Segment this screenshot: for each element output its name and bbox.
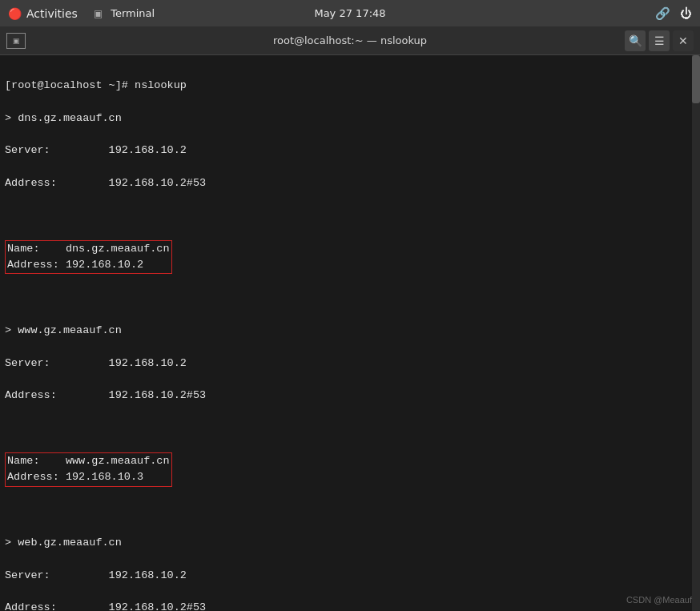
search-button[interactable]: 🔍 — [625, 30, 646, 51]
dns-result-box: Name: dns.gz.meaauf.cn Address: 192.168.… — [5, 240, 172, 275]
scrollbar-thumb[interactable] — [692, 55, 700, 103]
terminal-window: ▣ root@localhost:~ — nslookup 🔍 ☰ ✕ [roo… — [0, 26, 700, 611]
activities-icon: 🔴 — [8, 7, 22, 20]
name2-box-line: Name: www.gz.meaauf.cn Address: 192.168.… — [5, 452, 695, 487]
terminal-indicator: ▣ — [94, 8, 103, 19]
blank3 — [5, 420, 695, 436]
www-result-box: Name: www.gz.meaauf.cn Address: 192.168.… — [5, 452, 172, 487]
blank4 — [5, 503, 695, 519]
address1-line: Address: 192.168.10.2#53 — [5, 175, 695, 191]
titlebar-controls: 🔍 ☰ ✕ — [625, 30, 694, 51]
activities-label[interactable]: Activities — [26, 7, 78, 20]
server3-line: Server: 192.168.10.2 — [5, 568, 695, 584]
name1-box-line: Name: dns.gz.meaauf.cn Address: 192.168.… — [5, 240, 695, 275]
prompt-line: [root@localhost ~]# nslookup — [5, 78, 695, 94]
terminal-content[interactable]: [root@localhost ~]# nslookup > dns.gz.me… — [0, 55, 700, 611]
titlebar-left: ▣ — [6, 33, 32, 49]
blank2 — [5, 291, 695, 307]
topbar-datetime: May 27 17:48 — [314, 7, 385, 19]
query2-line: > www.gz.meaauf.cn — [5, 323, 695, 339]
terminal-titlebar: ▣ root@localhost:~ — nslookup 🔍 ☰ ✕ — [0, 26, 700, 55]
power-icon[interactable]: ⏻ — [680, 6, 692, 21]
query1-line: > dns.gz.meaauf.cn — [5, 111, 695, 127]
server2-line: Server: 192.168.10.2 — [5, 356, 695, 372]
watermark: CSDN @Meaauf — [626, 595, 692, 605]
query3-line: > web.gz.meaauf.cn — [5, 535, 695, 551]
address2-line: Address: 192.168.10.2#53 — [5, 388, 695, 404]
network-icon: 🔗 — [655, 6, 670, 21]
topbar: 🔴 Activities ▣ Terminal May 27 17:48 🔗 ⏻ — [0, 0, 700, 26]
topbar-left: 🔴 Activities ▣ Terminal — [8, 7, 155, 20]
menu-button[interactable]: ☰ — [649, 30, 670, 51]
terminal-window-icon: ▣ — [6, 33, 26, 49]
terminal-title: root@localhost:~ — nslookup — [273, 34, 427, 46]
topbar-right: 🔗 ⏻ — [655, 6, 692, 21]
scrollbar-track — [692, 55, 700, 611]
topbar-terminal-label[interactable]: Terminal — [111, 7, 155, 19]
terminal-icon-glyph: ▣ — [13, 37, 20, 45]
server1-line: Server: 192.168.10.2 — [5, 143, 695, 159]
blank1 — [5, 207, 695, 223]
close-button[interactable]: ✕ — [673, 30, 694, 51]
address3-line: Address: 192.168.10.2#53 — [5, 600, 695, 611]
